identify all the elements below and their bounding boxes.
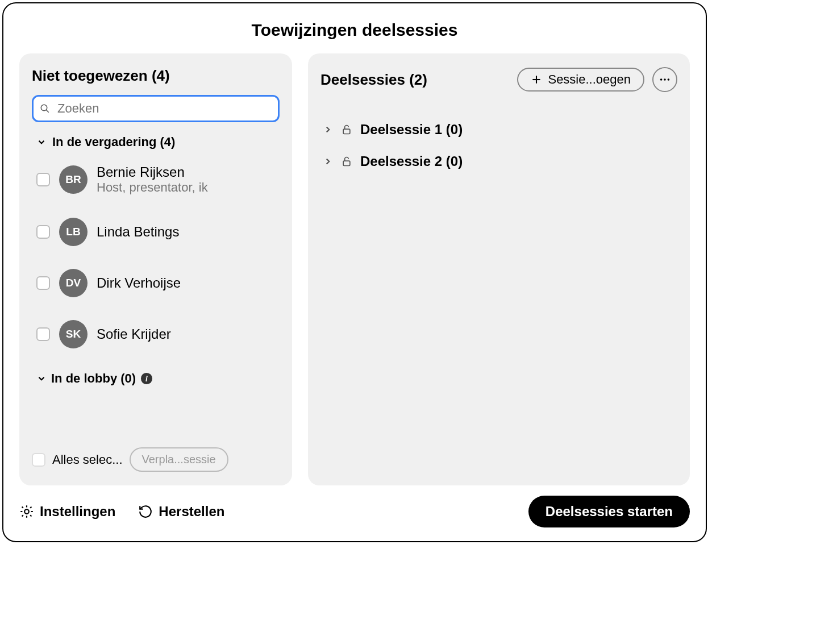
person-checkbox[interactable]: [36, 173, 50, 186]
svg-point-11: [24, 509, 29, 514]
person-checkbox[interactable]: [36, 327, 50, 341]
svg-point-8: [668, 78, 670, 81]
avatar: BR: [59, 165, 88, 194]
unassigned-footer: Alles selec... Verpla...sessie: [32, 436, 280, 472]
sessions-title: Deelsessies (2): [320, 71, 427, 89]
search-wrap: [32, 95, 280, 122]
more-horizontal-icon: [659, 73, 671, 86]
in-meeting-label: In de vergadering (4): [52, 135, 175, 149]
in-lobby-section[interactable]: In de lobby (0) i: [36, 371, 280, 386]
more-options-button[interactable]: [652, 67, 677, 92]
plus-icon: [531, 74, 542, 85]
settings-button[interactable]: Instellingen: [19, 504, 115, 520]
sessions-panel: Deelsessies (2) Sessie...oegen: [308, 53, 690, 485]
person-checkbox[interactable]: [36, 276, 50, 290]
reset-button[interactable]: Herstellen: [138, 504, 224, 520]
avatar: SK: [59, 320, 88, 348]
unassigned-panel: Niet toegewezen (4) In de vergadering (4…: [19, 53, 292, 485]
move-to-session-button[interactable]: Verpla...sessie: [130, 447, 228, 472]
svg-line-1: [46, 110, 49, 113]
list-item[interactable]: SK Sofie Krijder: [32, 314, 280, 354]
lock-open-icon: [341, 156, 352, 167]
panels: Niet toegewezen (4) In de vergadering (4…: [19, 53, 690, 485]
chevron-down-icon: [36, 373, 47, 384]
settings-label: Instellingen: [40, 504, 115, 520]
session-label: Deelsessie 2 (0): [360, 153, 463, 169]
select-all-label: Alles selec...: [52, 452, 123, 467]
person-name: Sofie Krijder: [97, 326, 171, 342]
person-checkbox[interactable]: [36, 225, 50, 239]
chevron-down-icon: [36, 137, 47, 147]
person-name: Linda Betings: [97, 224, 179, 240]
info-icon[interactable]: i: [140, 372, 153, 385]
dialog-footer: Instellingen Herstellen Deelsessies star…: [19, 485, 690, 527]
session-item[interactable]: Deelsessie 2 (0): [320, 146, 677, 177]
avatar: LB: [59, 218, 88, 246]
list-item[interactable]: BR Bernie Rijksen Host, presentator, ik: [32, 159, 280, 201]
lock-open-icon: [341, 124, 352, 135]
add-session-label: Sessie...oegen: [548, 72, 631, 87]
in-meeting-section[interactable]: In de vergadering (4): [36, 135, 280, 149]
reset-label: Herstellen: [159, 504, 224, 520]
list-item[interactable]: DV Dirk Verhoijse: [32, 263, 280, 303]
in-lobby-label: In de lobby (0): [51, 371, 136, 386]
select-all-checkbox[interactable]: [32, 453, 45, 467]
person-name: Dirk Verhoijse: [97, 275, 181, 291]
unassigned-title: Niet toegewezen (4): [32, 67, 170, 85]
person-subtitle: Host, presentator, ik: [97, 180, 208, 195]
start-sessions-button[interactable]: Deelsessies starten: [528, 496, 690, 527]
dialog-title: Toewijzingen deelsessies: [19, 20, 690, 40]
svg-point-7: [664, 78, 666, 81]
search-input[interactable]: [32, 95, 280, 122]
list-item[interactable]: LB Linda Betings: [32, 212, 280, 252]
breakout-assignments-dialog: Toewijzingen deelsessies Niet toegewezen…: [2, 2, 707, 542]
add-session-button[interactable]: Sessie...oegen: [517, 68, 644, 92]
svg-text:i: i: [145, 375, 148, 383]
reset-icon: [138, 504, 153, 519]
chevron-right-icon: [323, 156, 333, 167]
search-icon: [40, 103, 50, 114]
avatar: DV: [59, 269, 88, 297]
gear-icon: [19, 504, 34, 519]
svg-point-0: [41, 105, 47, 111]
svg-point-6: [660, 78, 663, 81]
svg-rect-9: [343, 129, 350, 134]
chevron-right-icon: [323, 124, 333, 135]
session-item[interactable]: Deelsessie 1 (0): [320, 114, 677, 146]
person-name: Bernie Rijksen: [97, 164, 208, 180]
svg-rect-10: [343, 161, 350, 165]
session-label: Deelsessie 1 (0): [360, 122, 463, 138]
